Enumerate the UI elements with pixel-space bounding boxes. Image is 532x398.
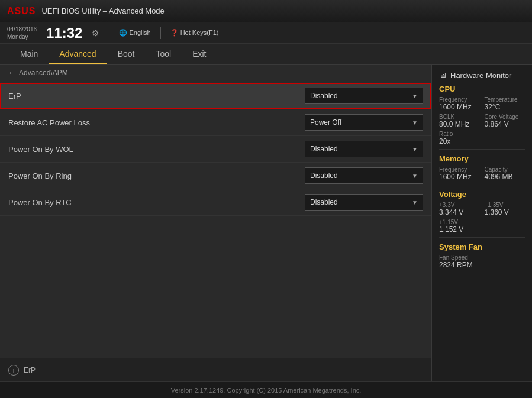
datetime-bar: 04/18/2016 Monday 11:32 ⚙ 🌐 English ❓ Ho… (0, 22, 532, 44)
sysfan-section-title: System Fan (439, 242, 525, 251)
setting-row-power-ring[interactable]: Power On By Ring Disabled ▼ (0, 163, 431, 189)
cpu-grid: Frequency 1600 MHz Temperature 32°C BCLK… (439, 96, 525, 145)
erp-control: Disabled ▼ (305, 88, 423, 104)
restore-ac-label: Restore AC Power Loss (8, 118, 305, 127)
power-rtc-label: Power On By RTC (8, 198, 305, 207)
cpu-bclk-label: BCLK (439, 114, 480, 120)
breadcrumb: ← Advanced\APM (0, 65, 431, 80)
info-bar: i ErP (0, 358, 431, 381)
setting-row-restore-ac[interactable]: Restore AC Power Loss Power Off ▼ (0, 109, 431, 136)
date-block: 04/18/2016 Monday (7, 25, 37, 41)
top-bar: ASUS UEFI BIOS Utility – Advanced Mode (0, 0, 532, 22)
power-ring-label: Power On By Ring (8, 172, 305, 180)
v115-value: 1.152 V (439, 225, 480, 234)
breadcrumb-path: Advanced\APM (19, 69, 68, 77)
divider (439, 149, 525, 150)
footer-text: Version 2.17.1249. Copyright (C) 2015 Am… (171, 387, 362, 394)
v135-label: +1.35V (485, 202, 525, 208)
footer: Version 2.17.1249. Copyright (C) 2015 Am… (0, 381, 532, 398)
mem-freq-label: Frequency (439, 166, 480, 173)
nav-main[interactable]: Main (9, 44, 49, 64)
power-wol-label: Power On By WOL (8, 145, 305, 154)
nav-tool[interactable]: Tool (145, 44, 182, 64)
v33-value: 3.344 V (439, 208, 480, 216)
nav-boot[interactable]: Boot (107, 44, 146, 64)
hotkeys-button[interactable]: ❓ Hot Keys(F1) (170, 29, 219, 37)
setting-row-power-wol[interactable]: Power On By WOL Disabled ▼ (0, 136, 431, 163)
v33-label: +3.3V (439, 202, 480, 208)
breadcrumb-arrow-icon: ← (8, 69, 15, 77)
cpu-temp-value: 32°C (485, 103, 525, 111)
erp-label: ErP (8, 92, 305, 101)
fan-speed-value: 2824 RPM (439, 261, 480, 269)
power-wol-control: Disabled ▼ (305, 141, 423, 157)
asus-logo: ASUS (7, 6, 36, 17)
cpu-temp-label: Temperature (485, 96, 525, 103)
mem-cap-value: 4096 MB (485, 173, 525, 181)
mem-freq-value: 1600 MHz (439, 173, 480, 181)
mem-cap-label: Capacity (485, 166, 525, 173)
main-layout: ← Advanced\APM ErP Disabled ▼ Restore AC… (0, 65, 532, 381)
time-gear-icon[interactable]: ⚙ (92, 28, 99, 38)
divider (439, 237, 525, 238)
divider (160, 27, 161, 39)
nav-exit[interactable]: Exit (182, 44, 217, 64)
cpu-ratio-value: 20x (439, 137, 480, 145)
cpu-corevolt-value: 0.864 V (485, 120, 525, 128)
time-display: 11:32 (46, 25, 82, 41)
cpu-bclk-value: 80.0 MHz (439, 120, 480, 128)
info-icon: i (8, 365, 19, 376)
power-wol-dropdown[interactable]: Disabled ▼ (305, 141, 423, 157)
hardware-monitor-title: 🖥 Hardware Monitor (439, 71, 525, 80)
v115-label: +1.15V (439, 219, 480, 225)
monitor-icon: 🖥 (439, 71, 447, 80)
nav-bar: Main Advanced Boot Tool Exit (0, 44, 532, 65)
cpu-freq-value: 1600 MHz (439, 103, 480, 111)
erp-dropdown[interactable]: Disabled ▼ (305, 88, 423, 104)
setting-row-erp[interactable]: ErP Disabled ▼ (0, 83, 431, 109)
voltage-grid: +3.3V 3.344 V +1.35V 1.360 V +1.15V 1.15… (439, 202, 525, 234)
memory-section-title: Memory (439, 154, 525, 163)
power-rtc-control: Disabled ▼ (305, 194, 423, 211)
restore-ac-dropdown[interactable]: Power Off ▼ (305, 114, 423, 131)
voltage-section-title: Voltage (439, 190, 525, 199)
divider (109, 27, 109, 39)
cpu-freq-label: Frequency (439, 96, 480, 103)
memory-grid: Frequency 1600 MHz Capacity 4096 MB (439, 166, 525, 181)
fan-speed-label: Fan Speed (439, 254, 480, 261)
cpu-section-title: CPU (439, 85, 525, 93)
v135-value: 1.360 V (485, 208, 525, 216)
power-ring-dropdown[interactable]: Disabled ▼ (305, 167, 423, 184)
chevron-down-icon: ▼ (412, 119, 418, 126)
power-rtc-dropdown[interactable]: Disabled ▼ (305, 194, 423, 211)
restore-ac-control: Power Off ▼ (305, 114, 423, 131)
settings-list: ErP Disabled ▼ Restore AC Power Loss Pow… (0, 80, 431, 358)
chevron-down-icon: ▼ (412, 146, 418, 153)
setting-row-power-rtc[interactable]: Power On By RTC Disabled ▼ (0, 189, 431, 216)
power-ring-control: Disabled ▼ (305, 167, 423, 184)
nav-advanced[interactable]: Advanced (49, 44, 107, 64)
content-area: ← Advanced\APM ErP Disabled ▼ Restore AC… (0, 65, 431, 381)
chevron-down-icon: ▼ (412, 199, 418, 206)
chevron-down-icon: ▼ (412, 93, 418, 99)
bios-title: UEFI BIOS Utility – Advanced Mode (41, 7, 164, 15)
sysfan-grid: Fan Speed 2824 RPM (439, 254, 525, 269)
language-button[interactable]: 🌐 English (119, 29, 150, 37)
hardware-monitor-sidebar: 🖥 Hardware Monitor CPU Frequency 1600 MH… (431, 65, 532, 381)
divider (439, 185, 525, 185)
cpu-corevolt-label: Core Voltage (485, 114, 525, 120)
info-text: ErP (24, 366, 36, 374)
chevron-down-icon: ▼ (412, 173, 418, 179)
cpu-ratio-label: Ratio (439, 131, 480, 137)
